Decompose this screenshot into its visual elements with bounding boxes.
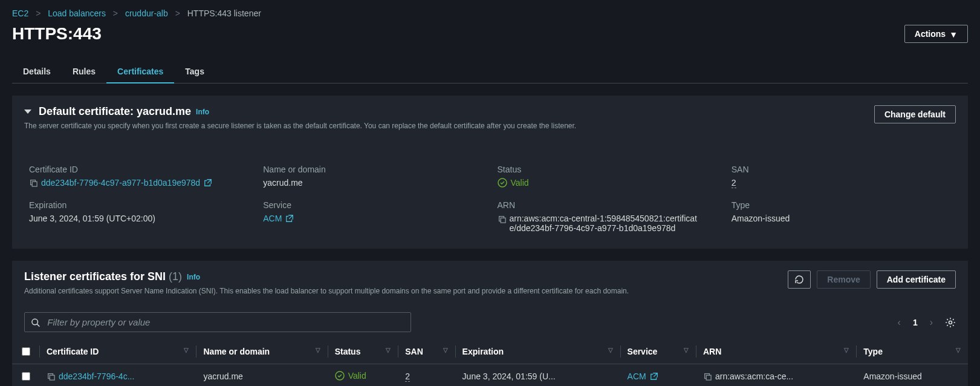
external-link-icon[interactable] xyxy=(204,178,212,187)
refresh-button[interactable] xyxy=(788,270,811,289)
tabs: Details Rules Certificates Tags xyxy=(12,61,968,83)
tab-details[interactable]: Details xyxy=(12,61,62,83)
col-arn[interactable]: ARN▽ xyxy=(696,339,856,364)
label-expiration: Expiration xyxy=(29,200,248,210)
row-checkbox[interactable] xyxy=(22,372,30,381)
copy-icon[interactable] xyxy=(29,178,37,187)
svg-point-5 xyxy=(32,319,38,325)
status-badge: Valid xyxy=(335,371,366,381)
change-default-button[interactable]: Change default xyxy=(874,105,956,123)
col-status[interactable]: Status▽ xyxy=(328,339,398,364)
tab-certificates[interactable]: Certificates xyxy=(106,61,174,83)
search-icon xyxy=(31,318,40,327)
actions-button[interactable]: Actions ▼ xyxy=(904,25,968,43)
page-prev-button: ‹ xyxy=(894,316,904,329)
copy-icon[interactable] xyxy=(47,372,55,381)
label-name: Name or domain xyxy=(263,165,482,174)
cert-id-link[interactable]: dde234bf-7796-4c97-a977-b1d0a19e978d xyxy=(41,178,200,188)
row-expiration: June 3, 2024, 01:59 (U... xyxy=(455,364,620,387)
svg-point-7 xyxy=(949,321,952,324)
check-circle-icon xyxy=(498,178,507,188)
value-expiration: June 3, 2024, 01:59 (UTC+02:00) xyxy=(29,214,248,223)
status-badge: Valid xyxy=(498,178,529,188)
row-type: Amazon-issued xyxy=(856,364,968,387)
external-link-icon[interactable] xyxy=(650,372,658,381)
value-name: yacrud.me xyxy=(263,178,482,188)
default-cert-desc: The server certificate you specify when … xyxy=(24,122,576,130)
row-cert-id-link[interactable]: dde234bf-7796-4c... xyxy=(59,371,134,381)
tab-tags[interactable]: Tags xyxy=(174,61,215,83)
page-title: HTTPS:443 xyxy=(12,24,102,44)
remove-button: Remove xyxy=(817,270,870,289)
default-cert-heading: Default certificate: yacrud.me xyxy=(39,105,191,118)
svg-rect-9 xyxy=(50,375,54,380)
tab-rules[interactable]: Rules xyxy=(62,61,106,83)
page-number: 1 xyxy=(913,318,918,327)
refresh-icon xyxy=(794,275,804,284)
check-circle-icon xyxy=(335,371,345,381)
filter-search[interactable] xyxy=(24,312,411,332)
label-service: Service xyxy=(263,200,482,210)
select-all-checkbox[interactable] xyxy=(22,347,30,356)
breadcrumb-ec2[interactable]: EC2 xyxy=(12,8,28,18)
info-link[interactable]: Info xyxy=(196,108,209,116)
default-certificate-panel: Default certificate: yacrud.me Info The … xyxy=(12,96,968,249)
breadcrumb-load-balancers[interactable]: Load balancers xyxy=(48,8,106,18)
copy-icon[interactable] xyxy=(703,372,712,381)
add-certificate-button[interactable]: Add certificate xyxy=(877,270,956,289)
value-arn: arn:aws:acm:ca-central-1:598485450821:ce… xyxy=(510,214,703,233)
col-type[interactable]: Type▽ xyxy=(856,339,968,364)
gear-icon[interactable] xyxy=(945,317,956,328)
breadcrumb-current: HTTPS:443 listener xyxy=(187,8,261,18)
service-link[interactable]: ACM xyxy=(263,214,282,223)
sni-table: Certificate ID▽ Name or domain▽ Status▽ … xyxy=(12,339,968,386)
info-link[interactable]: Info xyxy=(187,273,200,281)
value-type: Amazon-issued xyxy=(732,214,951,223)
label-cert-id: Certificate ID xyxy=(29,165,248,174)
sni-heading: Listener certificates for SNI (1) xyxy=(24,270,182,283)
pager: ‹ 1 › xyxy=(894,316,956,329)
sni-panel: Listener certificates for SNI (1) Info A… xyxy=(12,261,968,386)
col-name[interactable]: Name or domain▽ xyxy=(196,339,327,364)
col-cert-id[interactable]: Certificate ID▽ xyxy=(39,339,196,364)
label-status: Status xyxy=(498,165,717,174)
chevron-right-icon: > xyxy=(170,8,185,18)
caret-down-icon: ▼ xyxy=(949,30,958,39)
svg-rect-1 xyxy=(32,182,37,186)
svg-rect-4 xyxy=(501,218,505,223)
search-input[interactable] xyxy=(46,316,404,328)
table-row[interactable]: dde234bf-7796-4c... yacrud.me Valid 2 Ju… xyxy=(12,364,968,387)
chevron-right-icon: > xyxy=(31,8,45,18)
svg-line-6 xyxy=(37,324,40,326)
row-san[interactable]: 2 xyxy=(405,371,410,382)
chevron-right-icon: > xyxy=(108,8,123,18)
col-expiration[interactable]: Expiration▽ xyxy=(455,339,620,364)
breadcrumb: EC2 > Load balancers > cruddur-alb > HTT… xyxy=(12,0,968,18)
external-link-icon[interactable] xyxy=(285,214,294,223)
caret-down-icon[interactable] xyxy=(24,110,31,114)
page-next-button: › xyxy=(926,316,936,329)
value-san[interactable]: 2 xyxy=(732,178,736,188)
svg-rect-12 xyxy=(706,375,711,380)
col-service[interactable]: Service▽ xyxy=(620,339,696,364)
row-arn: arn:aws:acm:ca-ce... xyxy=(715,371,793,381)
sni-desc: Additional certificates support Server N… xyxy=(24,287,629,295)
label-san: SAN xyxy=(732,165,951,174)
breadcrumb-alb[interactable]: cruddur-alb xyxy=(125,8,168,18)
copy-icon[interactable] xyxy=(498,215,506,223)
row-name: yacrud.me xyxy=(196,364,327,387)
label-arn: ARN xyxy=(498,200,717,210)
label-type: Type xyxy=(732,200,951,210)
row-service-link[interactable]: ACM xyxy=(628,371,646,381)
col-san[interactable]: SAN▽ xyxy=(398,339,455,364)
